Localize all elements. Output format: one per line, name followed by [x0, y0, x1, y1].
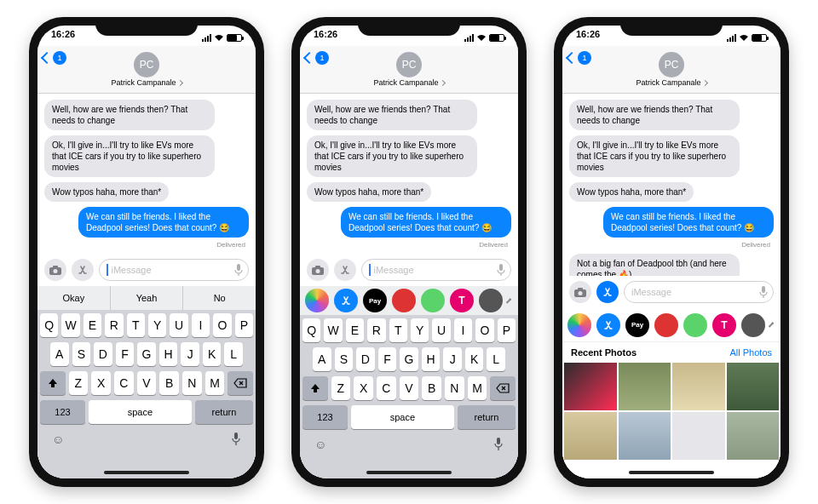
key-h[interactable]: H	[159, 342, 178, 366]
dictation-button[interactable]	[231, 432, 241, 446]
key-k[interactable]: K	[465, 347, 484, 371]
key-v[interactable]: V	[137, 371, 157, 395]
key-backspace[interactable]	[490, 376, 516, 400]
key-i[interactable]: I	[454, 318, 472, 342]
key-shift[interactable]	[302, 376, 328, 400]
app-photos[interactable]	[567, 313, 591, 337]
app-tmobile[interactable]: T	[712, 313, 736, 337]
key-u[interactable]: U	[432, 318, 450, 342]
apps-button-active[interactable]	[596, 281, 619, 303]
chevron-right-icon[interactable]	[769, 322, 774, 327]
key-o[interactable]: O	[475, 318, 493, 342]
key-q[interactable]: Q	[40, 313, 58, 337]
key-numbers[interactable]: 123	[40, 400, 85, 424]
key-d[interactable]: D	[356, 347, 375, 371]
key-f[interactable]: F	[378, 347, 397, 371]
key-q[interactable]: Q	[302, 318, 320, 342]
app-red[interactable]	[654, 313, 678, 337]
camera-button[interactable]	[569, 281, 591, 303]
message-received[interactable]: Well, how are we friends then? That need…	[307, 100, 477, 130]
home-indicator[interactable]	[629, 471, 714, 474]
home-indicator[interactable]	[104, 471, 189, 474]
message-sent[interactable]: We can still be friends. I liked the Dea…	[603, 207, 774, 238]
suggestion[interactable]: No	[183, 286, 256, 310]
photo-thumbnail[interactable]	[619, 412, 671, 460]
key-numbers[interactable]: 123	[302, 405, 348, 429]
key-j[interactable]: J	[443, 347, 462, 371]
key-s[interactable]: S	[72, 342, 91, 366]
key-return[interactable]: return	[195, 400, 253, 424]
suggestion[interactable]: Okay	[37, 286, 111, 310]
key-y[interactable]: Y	[148, 313, 166, 337]
key-m[interactable]: M	[205, 371, 225, 395]
app-applepay[interactable]: Pay	[625, 313, 649, 337]
emoji-button[interactable]: ☺	[52, 432, 64, 446]
key-s[interactable]: S	[335, 347, 354, 371]
contact-button[interactable]: PCPatrick Campanale	[373, 52, 444, 87]
key-f[interactable]: F	[116, 342, 135, 366]
key-c[interactable]: C	[114, 371, 134, 395]
photo-grid[interactable]	[562, 363, 781, 460]
key-o[interactable]: O	[213, 313, 231, 337]
message-input[interactable]: iMessage	[624, 281, 774, 303]
message-received[interactable]: Ok, I'll give in...I'll try to like EVs …	[44, 135, 215, 177]
key-w[interactable]: W	[324, 318, 342, 342]
key-n[interactable]: N	[445, 376, 464, 400]
key-l[interactable]: L	[224, 342, 243, 366]
app-applepay[interactable]: Pay	[363, 289, 387, 312]
key-b[interactable]: B	[422, 376, 441, 400]
message-sent[interactable]: We can still be friends. I liked the Dea…	[78, 207, 249, 238]
suggestion[interactable]: Yeah	[111, 286, 184, 310]
key-w[interactable]: W	[61, 313, 79, 337]
key-z[interactable]: Z	[69, 371, 89, 395]
message-sent[interactable]: We can still be friends. I liked the Dea…	[341, 207, 511, 238]
photo-thumbnail[interactable]	[564, 363, 617, 410]
contact-button[interactable]: PCPatrick Campanale	[636, 52, 706, 87]
key-backspace[interactable]	[228, 371, 253, 395]
app-green[interactable]	[421, 289, 445, 312]
apps-button[interactable]	[334, 259, 356, 281]
app-gray[interactable]	[741, 313, 765, 337]
key-x[interactable]: X	[354, 376, 373, 400]
key-d[interactable]: D	[94, 342, 112, 366]
key-c[interactable]: C	[377, 376, 396, 400]
message-received[interactable]: Wow typos haha, more than*	[569, 182, 694, 202]
key-e[interactable]: E	[346, 318, 364, 342]
mic-button[interactable]	[497, 264, 505, 276]
key-space[interactable]: space	[89, 400, 192, 424]
back-button[interactable]: 1	[43, 51, 66, 65]
dictation-button[interactable]	[493, 438, 504, 451]
app-tmobile[interactable]: T	[450, 289, 474, 312]
message-received[interactable]: Wow typos haha, more than*	[307, 182, 431, 202]
key-t[interactable]: T	[127, 313, 145, 337]
app-appstore[interactable]	[596, 313, 620, 337]
message-received[interactable]: Ok, I'll give in...I'll try to like EVs …	[569, 135, 740, 177]
photo-thumbnail[interactable]	[619, 363, 671, 410]
key-return[interactable]: return	[458, 405, 516, 429]
app-red[interactable]	[392, 289, 416, 312]
photo-thumbnail[interactable]	[672, 363, 725, 410]
key-e[interactable]: E	[84, 313, 101, 337]
back-button[interactable]: 1	[567, 51, 591, 65]
key-a[interactable]: A	[313, 347, 331, 371]
key-p[interactable]: P	[235, 313, 253, 337]
key-u[interactable]: U	[170, 313, 187, 337]
photo-thumbnail[interactable]	[727, 412, 780, 460]
key-y[interactable]: Y	[411, 318, 429, 342]
key-p[interactable]: P	[498, 318, 516, 342]
message-received[interactable]: Well, how are we friends then? That need…	[569, 100, 740, 130]
apps-button[interactable]	[72, 259, 94, 281]
key-x[interactable]: X	[91, 371, 111, 395]
key-shift[interactable]	[40, 371, 66, 395]
key-v[interactable]: V	[400, 376, 419, 400]
mic-button[interactable]	[759, 286, 768, 298]
photo-thumbnail[interactable]	[564, 412, 617, 460]
contact-button[interactable]: PC Patrick Campanale	[111, 52, 181, 87]
all-photos-button[interactable]: All Photos	[729, 347, 772, 358]
key-z[interactable]: Z	[331, 376, 351, 400]
key-h[interactable]: H	[422, 347, 441, 371]
photo-thumbnail[interactable]	[672, 412, 725, 460]
camera-button[interactable]	[307, 259, 329, 281]
message-input[interactable]: iMessage	[99, 259, 249, 281]
message-received[interactable]: Well, how are we friends then? That need…	[44, 100, 215, 130]
